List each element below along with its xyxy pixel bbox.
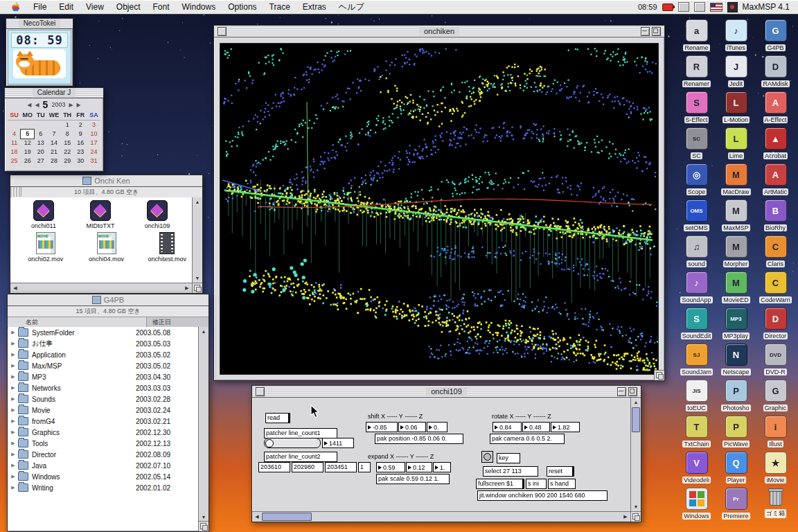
folder-row[interactable]: ▶お仕事2003.05.03 [8,338,198,349]
max-numberbox-n_sx[interactable]: -0.85 [366,422,398,432]
desktop-icon-itunes[interactable]: ♪iTunes [717,19,756,55]
vertical-scrollbar[interactable]: ▲ ▼ [630,398,641,511]
max-numberbox-n1411[interactable]: 1411 [322,438,354,448]
max-numberbox-n_ex[interactable]: 0.59 [376,462,405,472]
disclosure-triangle-icon[interactable]: ▶ [8,452,18,457]
desktop-icon-picwave[interactable]: PPicWave [717,416,756,452]
disclosure-triangle-icon[interactable]: ▶ [8,463,18,468]
resize-grip[interactable] [192,283,202,293]
us-flag-icon[interactable] [710,3,722,12]
desktop-icon-g4pb[interactable]: GG4PB [756,19,795,55]
max-numberbox-n_ey[interactable]: 0.12 [406,462,432,472]
zoom-box-icon[interactable] [652,27,661,36]
hslider[interactable] [264,438,321,448]
collapse-box-icon[interactable] [641,27,650,36]
desktop-icon-morpher[interactable]: MMorpher [717,236,756,272]
menu-item-5[interactable]: Windows [176,0,222,14]
desktop-icon-claris[interactable]: CClaris [756,236,795,272]
desktop-icon-sc[interactable]: SCSC [677,127,716,163]
desktop-icon-director[interactable]: DDirector [756,308,795,344]
folder-row[interactable]: ▶Application2003.05.02 [8,349,198,360]
max-numberbox-n_ez[interactable]: 1. [433,462,451,472]
folder-row[interactable]: ▶MP32003.04.30 [8,371,198,382]
desktop-icon-premiere[interactable]: PrPremiere [717,488,756,524]
next-year-arrow-icon[interactable]: ▶ [77,102,81,108]
scrollbar-thumb[interactable] [632,407,640,432]
vertical-scrollbar[interactable]: ▲ ▼ [192,197,202,283]
disclosure-triangle-icon[interactable]: ▶ [8,429,18,435]
desktop-icon-mp3play[interactable]: MP3MP3play [717,308,756,344]
finder-item-onchi04-mov[interactable]: MOVIEonchi04.mov [82,232,132,263]
finder-item-onchi02-mov[interactable]: MOVIEonchi02.mov [21,232,71,263]
resize-grip[interactable] [630,511,641,522]
desktop-icon-trash[interactable]: ゴミ箱 [756,488,795,524]
disclosure-triangle-icon[interactable]: ▶ [8,330,18,335]
menu-item-9[interactable]: ヘルプ [332,0,371,14]
desktop-icon-photosho[interactable]: PPhotosho [717,380,756,416]
active-app-name[interactable]: MaxMSP 4.1 [743,2,792,12]
battery-icon[interactable] [662,3,673,11]
scrollbar-thumb[interactable] [262,513,312,521]
desktop-icon-biorhy[interactable]: BBioRhy [756,200,795,236]
desktop-icon-a-effect[interactable]: AA-Effect [756,91,795,127]
folder-row[interactable]: ▶fromG42003.02.21 [8,416,198,427]
column-header-name[interactable]: 名前 [8,318,146,327]
desktop-icon-acrobat[interactable]: ▲Acrobat [756,127,795,163]
folder-row[interactable]: ▶Movie2003.02.24 [8,405,198,416]
jitter-titlebar[interactable]: onchiken [214,26,664,37]
scroll-right-arrow-icon[interactable]: ▶ [621,512,630,521]
column-header-modified[interactable]: 修正日 [146,317,209,328]
max-numberbox-n_sy[interactable]: 0.06 [398,422,426,432]
disclosure-triangle-icon[interactable]: ▶ [8,396,18,402]
desktop-icon-renamer[interactable]: RRenamer [677,55,716,91]
finder-item-onchi011[interactable]: onchi011 [21,200,66,229]
menu-item-7[interactable]: Trace [263,0,296,14]
close-box-icon[interactable] [218,27,227,36]
finder-item-onchitest-mov[interactable]: onchitest.mov [142,232,192,263]
menu-item-6[interactable]: Options [222,0,263,14]
max-message-reset[interactable]: reset [547,466,574,477]
menu-item-2[interactable]: View [80,0,110,14]
folder-row[interactable]: ▶Networks2003.03.03 [8,382,198,393]
disclosure-triangle-icon[interactable]: ▶ [8,407,18,413]
desktop-icon-rename[interactable]: aRename [677,19,716,55]
calendar-titlebar[interactable]: Calendar J [5,88,103,98]
desktop-icon-illust[interactable]: iIllust [756,416,795,452]
horizontal-scrollbar[interactable]: ◀ ▶ [10,283,192,293]
folder-row[interactable]: ▶Java2002.07.10 [8,460,198,471]
desktop-icon-toeuc[interactable]: JIStoEUC [677,380,716,416]
desktop-icon-dvd-r[interactable]: DVDDVD-R [756,344,795,380]
desktop-icon-windows[interactable]: Windows [677,488,716,524]
prev-month-arrow-icon[interactable]: ◀ [35,102,39,108]
disclosure-triangle-icon[interactable]: ▶ [8,485,18,490]
folder-row[interactable]: ▶Director2002.08.09 [8,449,198,460]
patcher-titlebar[interactable]: onchi109 [252,386,641,398]
desktop-icon-txtchain[interactable]: TTxtChain [677,416,716,452]
disclosure-triangle-icon[interactable]: ▶ [8,385,18,391]
desktop-icon-l-motion[interactable]: LL-Motion [717,91,756,127]
desktop-icon-ramdisk[interactable]: DRAMdisk [756,55,795,91]
onchi-ken-titlebar[interactable]: Onchi Ken [10,175,202,187]
keyboard-icon[interactable] [694,2,705,12]
folder-row[interactable]: ▶Graphics2002.12.30 [8,427,198,438]
disclosure-triangle-icon[interactable]: ▶ [8,352,18,357]
desktop-icon-soundapp[interactable]: ♪SoundApp [677,272,716,308]
scroll-down-arrow-icon[interactable]: ▼ [193,274,202,283]
max-numberbox-n_rz[interactable]: 1.82 [551,422,580,432]
max-numberbox-n_sz[interactable]: 0. [427,422,447,432]
desktop-icon-macdraw[interactable]: MMacDraw [717,163,756,200]
menu-item-4[interactable]: Font [147,0,176,14]
max-numberbox-n_ry[interactable]: 0.48 [522,422,550,432]
desktop-icon-maxmsp[interactable]: MMaxMSP [717,200,756,236]
folder-row[interactable]: ▶Max/MSP2003.05.02 [8,360,198,371]
scroll-down-arrow-icon[interactable]: ▼ [631,502,641,511]
menu-item-8[interactable]: Extras [296,0,332,14]
folder-row[interactable]: ▶Windows2002.05.14 [8,471,198,482]
folder-row[interactable]: ▶SystemFolder2003.05.08 [8,327,198,338]
vertical-scrollbar[interactable]: ▲ ▼ [198,327,209,531]
finder-item-onchi109[interactable]: onchi109 [134,200,180,229]
desktop-icon-soundedit[interactable]: SSoundEdit [677,308,716,344]
view-grid-icon[interactable] [10,187,21,197]
g4pb-titlebar[interactable]: G4PB [8,294,209,306]
desktop-icon-player[interactable]: QPlayer [717,452,756,488]
